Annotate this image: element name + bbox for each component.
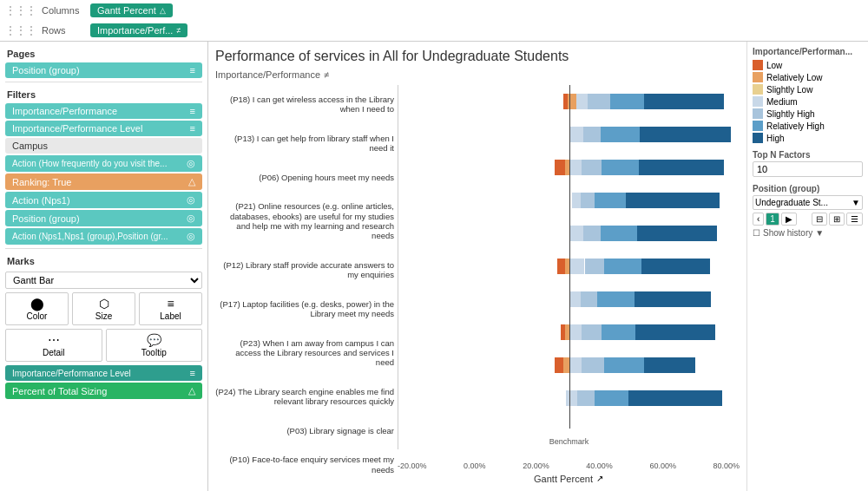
bar-segment [597, 291, 635, 307]
chart-title: Performance of services in All for Undeg… [215, 49, 740, 64]
y-label: (P13) I can get help from library staff … [215, 132, 394, 155]
rows-grip-icon: ⋮⋮⋮ [5, 24, 36, 36]
marks-color-label: Color [27, 311, 48, 321]
filter-importance-performance[interactable]: Importance/Performance ≡ [5, 103, 202, 119]
marks-size-label: Size [95, 311, 112, 321]
nav-prev-btn[interactable]: ‹ [753, 213, 764, 226]
legend-item-label: Relatively High [766, 121, 825, 131]
legend-color-box [753, 121, 763, 131]
legend-item-label: Slightly Low [766, 85, 812, 95]
x-tick: -20.00% [398, 462, 427, 470]
marks-type-dropdown[interactable]: Gantt Bar [5, 272, 202, 289]
legend-item: Relatively High [753, 121, 863, 131]
benchmark-label: Benchmark [549, 437, 589, 446]
position-group-dropdown[interactable]: Undegraduate St... ▼ [753, 195, 863, 210]
bar-segment [581, 291, 598, 307]
x-tick: 0.00% [464, 462, 486, 470]
filter-campus-label: Campus [12, 141, 48, 151]
chart-subtitle-text: Importance/Performance [215, 69, 320, 80]
filter-combo-label: Action (Nps1,Nps1 (group),Position (gr..… [12, 232, 168, 241]
filter-ranking-icon: △ [188, 176, 195, 187]
bar-segment [644, 357, 695, 373]
filter-action-nps1[interactable]: Action (Nps1) ◎ [5, 192, 202, 208]
top-n-label: Top N Factors [753, 150, 863, 160]
legend-item: Medium [753, 96, 863, 107]
filters-title: Filters [0, 86, 207, 101]
columns-label: Columns [42, 5, 85, 16]
center-panel: Performance of services in All for Undeg… [208, 42, 746, 491]
show-history-checkbox[interactable]: ☐ [753, 228, 760, 238]
filter-action-nps1-combo[interactable]: Action (Nps1,Nps1 (group),Position (gr..… [5, 228, 202, 245]
show-history-row[interactable]: ☐ Show history ▼ [753, 228, 863, 238]
bar-segment [588, 94, 610, 109]
filter-importance-level[interactable]: Importance/Performance Level ≡ [5, 121, 202, 136]
bars-area: Benchmark [398, 85, 740, 449]
bar-segment [601, 127, 641, 142]
view-single-btn[interactable]: ⊟ [812, 213, 827, 226]
position-nav: ‹ 1 ▶ ⊟ ⊞ ☰ [753, 213, 863, 226]
bar-segment [628, 390, 722, 406]
bar-segment [595, 390, 628, 406]
bar-segment [585, 259, 605, 274]
nav-2-btn[interactable]: ▶ [781, 213, 797, 226]
legend-color-box [753, 96, 763, 107]
legend-color-box [753, 108, 763, 119]
bar-segment [566, 390, 577, 406]
marks-label-label: Label [160, 311, 181, 321]
marks-tooltip-btn[interactable]: 💬 Tooltip [106, 329, 203, 362]
y-labels: (P18) I can get wireless access in the L… [215, 85, 398, 484]
bars-and-axis: Benchmark -20.00%0.00%20.00%40.00%60.00%… [398, 85, 740, 484]
bar-segment [640, 127, 731, 142]
x-ticks: -20.00%0.00%20.00%40.00%60.00%80.00% [398, 460, 740, 472]
filter-importance-label: Importance/Performance [12, 106, 117, 116]
bar-segment [557, 259, 564, 274]
divider-1 [5, 82, 202, 82]
marks-size-btn[interactable]: ⬡ Size [72, 292, 135, 325]
filter-action-frequency[interactable]: Action (How frequently do you visit the.… [5, 155, 202, 172]
y-label: (P12) Library staff provide accurate ans… [215, 259, 394, 282]
x-tick: 40.00% [586, 462, 613, 470]
view-buttons: ⊟ ⊞ ☰ [812, 213, 863, 226]
columns-pill[interactable]: Gantt Percent △ [90, 3, 173, 17]
bar-segment [582, 324, 602, 340]
bar-segment [583, 226, 601, 241]
show-history-chevron: ▼ [815, 228, 824, 238]
bar-segment [601, 226, 638, 241]
bar-segment [555, 160, 564, 175]
bar-segment [582, 160, 602, 175]
left-panel: Pages Position (group) ≡ Filters Importa… [0, 42, 208, 491]
bar-segment [570, 259, 584, 274]
marks-sizing-pill[interactable]: Percent of Total Sizing △ [5, 383, 202, 399]
legend-item-label: Medium [766, 97, 798, 107]
filter-ranking[interactable]: Ranking: True △ [5, 173, 202, 190]
filter-importance-level-label: Importance/Performance Level [12, 123, 142, 134]
marks-color-btn[interactable]: ⬤ Color [5, 292, 69, 325]
pages-position-label: Position (group) [12, 65, 80, 75]
legend-item-label: Relatively Low [766, 73, 822, 82]
filter-campus[interactable]: Campus [5, 138, 202, 154]
bar-segment [604, 357, 644, 373]
filter-position-icon: ◎ [187, 213, 195, 224]
legend-item-label: Slightly High [766, 109, 815, 119]
pages-position-icon: ≡ [190, 65, 195, 75]
bar-segment [583, 127, 601, 142]
position-group-section: Position (group) Undegraduate St... ▼ ‹ … [753, 184, 863, 238]
view-list-btn[interactable]: ☰ [846, 213, 863, 226]
bar-segment [635, 324, 715, 340]
bar-segment [555, 357, 563, 373]
legend-item: Slightly Low [753, 84, 863, 95]
position-group-value: Undegraduate St... [755, 198, 828, 207]
pages-position-group[interactable]: Position (group) ≡ [5, 62, 202, 78]
rows-pill[interactable]: Importance/Perf... ≠ [90, 23, 187, 37]
marks-detail-btn[interactable]: ⋯ Detail [5, 329, 102, 362]
view-multi-btn[interactable]: ⊞ [829, 213, 845, 226]
marks-label-btn[interactable]: ≡ Label [139, 292, 202, 325]
filter-position-group[interactable]: Position (group) ◎ [5, 210, 202, 226]
bar-segment [602, 324, 635, 340]
top-n-input[interactable] [753, 161, 863, 177]
legend-color-box [753, 60, 763, 70]
nav-1-btn[interactable]: 1 [766, 213, 779, 226]
y-label: (P24) The Library search engine enables … [215, 385, 394, 409]
marks-detail-label: Detail [43, 348, 65, 357]
marks-importance-level-pill[interactable]: Importance/Performance Level ≡ [5, 365, 202, 381]
